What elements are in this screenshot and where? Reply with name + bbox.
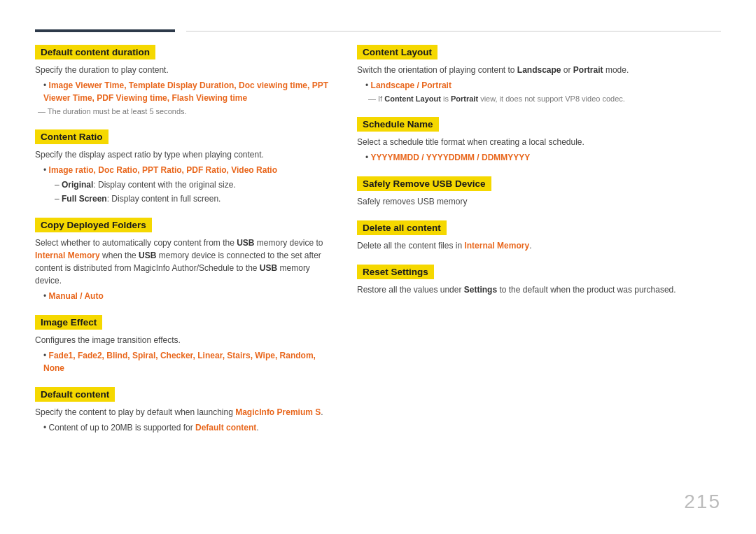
content-ratio-desc: Specify the display aspect ratio by type… (35, 148, 329, 161)
settings-label: Settings (464, 285, 497, 295)
section-title-reset-settings: Reset Settings (357, 265, 434, 279)
default-duration-bullet-text: Image Viewer Time, Template Display Dura… (43, 80, 328, 103)
internal-memory-label-2: Internal Memory (464, 241, 529, 251)
schedule-name-bullet-text: YYYYMMDD / YYYYDDMM / DDMMYYYY (371, 153, 531, 162)
landscape-label: Landscape (517, 65, 561, 75)
default-content-bullet-bold: Default content (195, 423, 256, 433)
content-columns: Default content duration Specify the dur… (35, 45, 721, 513)
section-default-content-duration: Default content duration Specify the dur… (35, 45, 329, 117)
original-text: : Display content with the original size… (93, 180, 235, 190)
section-safely-remove-usb: Safely Remove USB Device Safely removes … (357, 176, 721, 208)
content-layout-bullet-text: Landscape / Portrait (371, 80, 451, 90)
usb-label-2: USB (139, 251, 156, 260)
content-ratio-bullet: Image ratio, Doc Ratio, PPT Ratio, PDF R… (43, 164, 329, 176)
section-title-default-content: Default content (35, 387, 115, 402)
copy-deployed-bullet-text: Manual / Auto (49, 291, 104, 301)
section-reset-settings: Reset Settings Restore all the values un… (357, 265, 721, 296)
section-content-layout: Content Layout Switch the orientation of… (357, 45, 721, 104)
portrait-label: Portrait (573, 65, 603, 75)
content-layout-note-bold: Content Layout (384, 94, 441, 103)
default-content-desc: Specify the content to play by default w… (35, 406, 329, 419)
usb-label-1: USB (237, 238, 254, 248)
section-title-copy-deployed: Copy Deployed Folders (35, 218, 152, 232)
internal-memory-label-1: Internal Memory (35, 251, 100, 260)
section-default-content: Default content Specify the content to p… (35, 387, 329, 434)
section-schedule-name: Schedule Name Select a schedule title fo… (357, 117, 721, 164)
content-ratio-sub1: Original: Display content with the origi… (55, 178, 329, 191)
left-column: Default content duration Specify the dur… (35, 45, 329, 513)
schedule-name-desc: Select a schedule title format when crea… (357, 136, 721, 148)
default-duration-bullet: Image Viewer Time, Template Display Dura… (43, 79, 329, 104)
top-bar (35, 28, 721, 32)
top-bar-accent (35, 29, 175, 32)
section-title-safely-remove-usb: Safely Remove USB Device (357, 176, 491, 191)
schedule-name-bullet: YYYYMMDD / YYYYDDMM / DDMMYYYY (365, 151, 721, 164)
top-bar-line (186, 31, 721, 31)
image-effect-desc: Configures the image transition effects. (35, 334, 329, 346)
section-title-image-effect: Image Effect (35, 315, 102, 330)
content-layout-desc: Switch the orientation of playing conten… (357, 64, 721, 76)
section-delete-all-content: Delete all content Delete all the conten… (357, 220, 721, 252)
delete-all-content-desc: Delete all the content files in Internal… (357, 239, 721, 252)
safely-remove-usb-desc: Safely removes USB memory (357, 195, 721, 208)
original-label: Original (62, 180, 93, 190)
copy-deployed-desc: Select whether to automatically copy con… (35, 237, 329, 287)
content-layout-note: If Content Layout is Portrait view, it d… (368, 94, 721, 104)
portrait-note-label: Portrait (451, 94, 478, 103)
right-column: Content Layout Switch the orientation of… (357, 45, 721, 513)
page-number: 215 (684, 491, 721, 513)
fullscreen-label: Full Screen (62, 194, 107, 204)
copy-deployed-bullet: Manual / Auto (43, 290, 329, 302)
section-image-effect: Image Effect Configures the image transi… (35, 315, 329, 374)
section-title-delete-all-content: Delete all content (357, 220, 447, 235)
content-ratio-sub2: Full Screen: Display content in full scr… (55, 192, 329, 205)
magicinfo-label: MagicInfo Premium S (235, 407, 321, 417)
section-copy-deployed: Copy Deployed Folders Select whether to … (35, 218, 329, 302)
section-title-content-layout: Content Layout (357, 45, 438, 59)
usb-label-3: USB (260, 263, 277, 273)
section-title-schedule-name: Schedule Name (357, 117, 439, 132)
content-layout-bullet: Landscape / Portrait (365, 79, 721, 92)
image-effect-bullet-text: Fade1, Fade2, Blind, Spiral, Checker, Li… (43, 351, 316, 373)
image-effect-bullet: Fade1, Fade2, Blind, Spiral, Checker, Li… (43, 349, 329, 374)
section-title-content-ratio: Content Ratio (35, 129, 108, 144)
section-content-ratio: Content Ratio Specify the display aspect… (35, 129, 329, 205)
default-duration-note: The duration must be at least 5 seconds. (38, 106, 329, 117)
content-ratio-bullet-text: Image ratio, Doc Ratio, PPT Ratio, PDF R… (49, 165, 278, 175)
section-title-default-content-duration: Default content duration (35, 45, 155, 59)
default-content-bullet: Content of up to 20MB is supported for D… (43, 421, 329, 434)
page-container: Default content duration Specify the dur… (0, 0, 756, 534)
reset-settings-desc: Restore all the values under Settings to… (357, 283, 721, 296)
fullscreen-text: : Display content in full screen. (107, 194, 221, 204)
default-duration-desc: Specify the duration to play content. (35, 64, 329, 76)
